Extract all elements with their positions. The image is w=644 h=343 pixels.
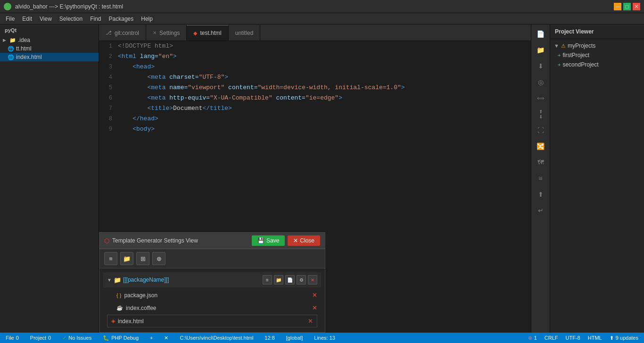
sb-lines-text: Lines: 13: [314, 335, 335, 341]
tg-delete-packagejson[interactable]: ✕: [312, 292, 317, 299]
sb-filepath[interactable]: C:\Users\vinci\Desktop\test.html: [178, 335, 255, 341]
menu-file[interactable]: File: [2, 13, 18, 25]
minimize-button[interactable]: ─: [614, 3, 621, 10]
menu-find[interactable]: Find: [86, 13, 105, 25]
tab-label-untitled: untitled: [235, 30, 254, 36]
tg-delete-indexcoffee[interactable]: ✕: [312, 304, 317, 311]
tree-label-tthtml: tt.html: [16, 45, 32, 52]
tg-tool-folder[interactable]: 📁: [120, 252, 133, 265]
html-file-icon-2: 🌐: [8, 54, 14, 60]
tab-label-testhtml: test.html: [200, 30, 221, 36]
tg-save-button[interactable]: 💾 Save: [252, 235, 285, 246]
tg-action-list[interactable]: ≡: [263, 275, 272, 284]
sb-filepath-text: C:\Users\vinci\Desktop\test.html: [180, 335, 253, 341]
sb-syntax[interactable]: HTML: [586, 335, 604, 341]
tg-tool-grid[interactable]: ⊞: [136, 252, 149, 265]
menu-packages[interactable]: Packages: [105, 13, 138, 25]
sb-file[interactable]: File 0: [4, 335, 21, 341]
sb-encoding[interactable]: UTF-8: [564, 335, 582, 341]
tree-item-tthtml[interactable]: 🌐 tt.html: [0, 44, 99, 53]
menu-selection[interactable]: Selection: [56, 13, 86, 25]
rs-return-button[interactable]: ↵: [533, 203, 548, 218]
save-icon: 💾: [257, 237, 264, 244]
line-4: 4 <meta charset="UTF-8">: [99, 72, 531, 83]
sb-lines[interactable]: Lines: 13: [312, 335, 337, 341]
chevron-right-icon: ▶: [3, 38, 8, 42]
tg-toolbar: ≡ 📁 ⊞ ⊕: [99, 249, 325, 268]
tree-item-indexhtml[interactable]: 🌐 index.html: [0, 53, 99, 61]
rs-move-button[interactable]: ⬆⬇: [533, 107, 548, 122]
sb-position[interactable]: 12:8: [263, 335, 276, 341]
pv-firstproject[interactable]: + firstProject: [550, 50, 644, 60]
tg-subfile-name-indexhtml: index.html: [118, 318, 305, 325]
tab-git-control[interactable]: ⎇ git:control: [99, 25, 146, 41]
tg-action-folder[interactable]: 📁: [274, 275, 283, 284]
close-icon: ✕: [293, 237, 298, 244]
line-6: 6 <meta http-equiv="X-UA-Compatible" con…: [99, 93, 531, 103]
tab-html-icon: ◆: [193, 30, 197, 36]
titlebar-text: alvido_bahor ---> E:\python\pyQt : test.…: [15, 3, 614, 10]
sb-no-issues[interactable]: ✓ No Issues: [60, 335, 93, 341]
rs-up-button[interactable]: ⬆: [533, 187, 548, 202]
tg-chevron-icon[interactable]: ▼: [107, 277, 112, 283]
tg-title-text: Template Generator Settings View: [112, 237, 198, 244]
error-icon: ⊗: [528, 335, 532, 341]
sb-right: ⊗ 1 CRLF UTF-8 HTML ⬆ 9 updates: [526, 335, 640, 341]
tab-untitled[interactable]: untitled: [229, 25, 261, 41]
tg-actions: 💾 Save ✕ Close: [252, 235, 320, 246]
sb-syntax-text: HTML: [588, 335, 602, 341]
maximize-button[interactable]: □: [623, 3, 631, 10]
window-controls: ─ □ ✕: [614, 3, 640, 10]
tg-delete-indexhtml[interactable]: ✕: [308, 318, 313, 325]
rs-map-button[interactable]: 🗺: [533, 155, 548, 170]
line-3: 3 <head>: [99, 62, 531, 72]
sb-line-ending[interactable]: CRLF: [543, 335, 560, 341]
tg-subfile-indexhtml: ◈ index.html ✕: [107, 315, 317, 327]
sb-project[interactable]: Project 0: [28, 335, 53, 341]
rs-target-button[interactable]: ◎: [533, 75, 548, 90]
pv-plus-icon-1: +: [558, 52, 561, 58]
sidebar-header: pyQt: [0, 25, 99, 36]
sb-errors[interactable]: ⊗ 1: [526, 335, 539, 341]
rs-new-file-button[interactable]: 📄: [533, 26, 548, 42]
sb-add-status[interactable]: +: [148, 335, 155, 341]
pv-plus-icon-2: +: [558, 62, 561, 67]
sb-php-debug[interactable]: 🐛 PHP Debug: [101, 335, 140, 341]
sb-scope[interactable]: [global]: [284, 335, 305, 341]
tg-tool-add[interactable]: ⊕: [152, 252, 165, 265]
sb-file-count: 0: [16, 335, 19, 341]
tg-action-settings[interactable]: ⚙: [297, 275, 306, 284]
rs-folder-button[interactable]: 📁: [533, 42, 548, 58]
rs-expand-button[interactable]: ⟺: [533, 91, 548, 106]
tg-file-indexcoffee: ☕ index.coffee ✕: [103, 302, 321, 314]
rs-shuffle-button[interactable]: 🔀: [533, 139, 548, 154]
menu-edit[interactable]: Edit: [18, 13, 36, 25]
menu-view[interactable]: View: [36, 13, 56, 25]
settings-close-icon[interactable]: ✕: [153, 30, 157, 35]
tg-action-delete[interactable]: ✕: [308, 275, 317, 284]
tg-action-file[interactable]: 📄: [285, 275, 295, 284]
tab-testhtml[interactable]: ◆ test.html: [187, 25, 228, 41]
close-button[interactable]: ✕: [633, 3, 640, 10]
tg-close-button[interactable]: ✕ Close: [288, 235, 320, 246]
line-1: 1 <!DOCTYPE html>: [99, 41, 531, 51]
sb-error-count: 1: [534, 335, 537, 341]
tg-tool-list[interactable]: ≡: [104, 252, 117, 265]
tree-item-idea[interactable]: ▶ 📁 .idea: [0, 36, 99, 44]
pv-secondproject[interactable]: + secondProject: [550, 60, 644, 69]
line-8: 8 </head>: [99, 114, 531, 124]
titlebar: alvido_bahor ---> E:\python\pyQt : test.…: [0, 0, 644, 13]
rs-list-button[interactable]: ≡: [533, 171, 548, 186]
pv-secondproject-label: secondProject: [562, 61, 598, 68]
tab-settings[interactable]: ✕ Settings: [146, 25, 187, 41]
project-viewer-header: Project Viewer: [550, 25, 644, 39]
pv-myprojects[interactable]: ▼ ⚠ myProjects: [550, 41, 644, 50]
line-7: 7 <title>Document</title>: [99, 103, 531, 114]
tg-folder-actions: ≡ 📁 📄 ⚙ ✕: [263, 275, 317, 284]
rs-download-button[interactable]: ⬇: [533, 59, 548, 74]
sb-position-text: 12:8: [264, 335, 274, 341]
menu-help[interactable]: Help: [137, 13, 157, 25]
sb-remove-status[interactable]: ✕: [162, 335, 170, 341]
sb-updates[interactable]: ⬆ 9 updates: [608, 335, 640, 341]
rs-fullscreen-button[interactable]: ⛶: [533, 123, 548, 138]
